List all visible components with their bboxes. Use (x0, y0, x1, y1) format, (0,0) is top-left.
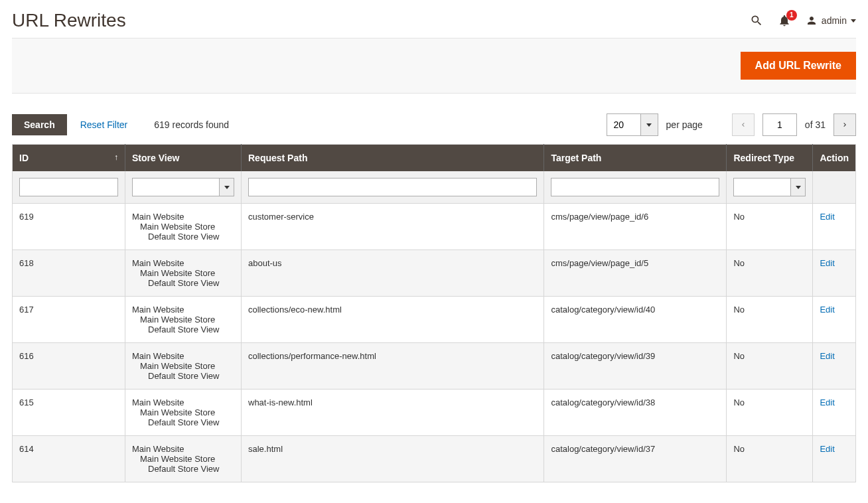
records-found-label: 619 records found (154, 119, 229, 130)
cell-request-path: what-is-new.html (242, 390, 544, 436)
page-title: URL Rewrites (12, 10, 126, 31)
column-header-store-view[interactable]: Store View (125, 145, 242, 172)
filter-id-input[interactable] (19, 178, 118, 196)
column-header-target-path[interactable]: Target Path (544, 145, 727, 172)
cell-redirect-type: No (727, 343, 813, 390)
cell-store-view: Main WebsiteMain Website StoreDefault St… (125, 390, 242, 436)
cell-id: 618 (13, 250, 125, 297)
per-page-select[interactable] (607, 113, 658, 136)
cell-request-path: sale.html (242, 436, 544, 482)
url-rewrites-table: ID↑ Store View Request Path Target Path … (12, 144, 856, 482)
cell-target-path: catalog/category/view/id/39 (544, 343, 727, 390)
cell-request-path: collections/eco-new.html (242, 297, 544, 343)
cell-id: 617 (13, 297, 125, 343)
edit-link[interactable]: Edit (820, 258, 834, 268)
cell-store-view: Main WebsiteMain Website StoreDefault St… (125, 204, 242, 250)
cell-target-path: catalog/category/view/id/37 (544, 436, 727, 482)
column-header-redirect-type[interactable]: Redirect Type (727, 145, 813, 172)
column-header-id[interactable]: ID↑ (13, 145, 125, 172)
chevron-right-icon (841, 121, 849, 129)
edit-link[interactable]: Edit (820, 397, 834, 407)
cell-id: 619 (13, 204, 125, 250)
chevron-down-icon (219, 179, 234, 196)
table-row[interactable]: 615Main WebsiteMain Website StoreDefault… (13, 390, 856, 436)
notifications-badge: 1 (786, 10, 797, 21)
cell-target-path: cms/page/view/page_id/5 (544, 250, 727, 297)
chevron-left-icon (739, 121, 747, 129)
action-bar: Add URL Rewrite (12, 38, 856, 94)
cell-redirect-type: No (727, 297, 813, 343)
filter-target-path-input[interactable] (551, 178, 719, 196)
table-row[interactable]: 618Main WebsiteMain Website StoreDefault… (13, 250, 856, 297)
search-button[interactable]: Search (12, 114, 67, 135)
cell-id: 616 (13, 343, 125, 390)
cell-store-view: Main WebsiteMain Website StoreDefault St… (125, 436, 242, 482)
table-row[interactable]: 616Main WebsiteMain Website StoreDefault… (13, 343, 856, 390)
reset-filter-link[interactable]: Reset Filter (80, 119, 128, 130)
edit-link[interactable]: Edit (820, 351, 834, 361)
cell-id: 614 (13, 436, 125, 482)
sort-asc-icon: ↑ (114, 153, 118, 162)
chevron-down-icon (790, 179, 805, 196)
cell-id: 615 (13, 390, 125, 436)
filter-store-view-select[interactable] (132, 178, 234, 196)
current-page-input[interactable] (762, 113, 797, 136)
edit-link[interactable]: Edit (820, 212, 834, 222)
filter-request-path-input[interactable] (248, 178, 537, 196)
cell-store-view: Main WebsiteMain Website StoreDefault St… (125, 343, 242, 390)
add-url-rewrite-button[interactable]: Add URL Rewrite (741, 52, 856, 80)
avatar-icon (806, 15, 818, 27)
cell-target-path: catalog/category/view/id/40 (544, 297, 727, 343)
cell-target-path: cms/page/view/page_id/6 (544, 204, 727, 250)
edit-link[interactable]: Edit (820, 305, 834, 315)
table-row[interactable]: 619Main WebsiteMain Website StoreDefault… (13, 204, 856, 250)
cell-redirect-type: No (727, 436, 813, 482)
per-page-label: per page (666, 119, 703, 130)
notifications-icon[interactable]: 1 (778, 14, 791, 27)
cell-store-view: Main WebsiteMain Website StoreDefault St… (125, 297, 242, 343)
search-icon[interactable] (750, 14, 763, 27)
username-label: admin (822, 15, 847, 26)
table-row[interactable]: 617Main WebsiteMain Website StoreDefault… (13, 297, 856, 343)
page-header: URL Rewrites 1 admin (12, 0, 856, 38)
column-header-request-path[interactable]: Request Path (242, 145, 544, 172)
cell-request-path: about-us (242, 250, 544, 297)
per-page-value[interactable] (607, 114, 640, 135)
cell-redirect-type: No (727, 390, 813, 436)
next-page-button[interactable] (833, 113, 856, 136)
cell-redirect-type: No (727, 250, 813, 297)
cell-redirect-type: No (727, 204, 813, 250)
cell-store-view: Main WebsiteMain Website StoreDefault St… (125, 250, 242, 297)
user-menu[interactable]: admin (806, 15, 856, 27)
table-row[interactable]: 614Main WebsiteMain Website StoreDefault… (13, 436, 856, 482)
chevron-down-icon[interactable] (640, 114, 658, 135)
total-pages-label: of 31 (805, 119, 826, 130)
column-header-action[interactable]: Action (813, 145, 856, 172)
chevron-down-icon (851, 19, 856, 23)
cell-request-path: customer-service (242, 204, 544, 250)
cell-target-path: catalog/category/view/id/38 (544, 390, 727, 436)
cell-request-path: collections/performance-new.html (242, 343, 544, 390)
filter-redirect-type-select[interactable] (733, 178, 806, 196)
edit-link[interactable]: Edit (820, 444, 834, 454)
prev-page-button[interactable] (732, 113, 755, 136)
